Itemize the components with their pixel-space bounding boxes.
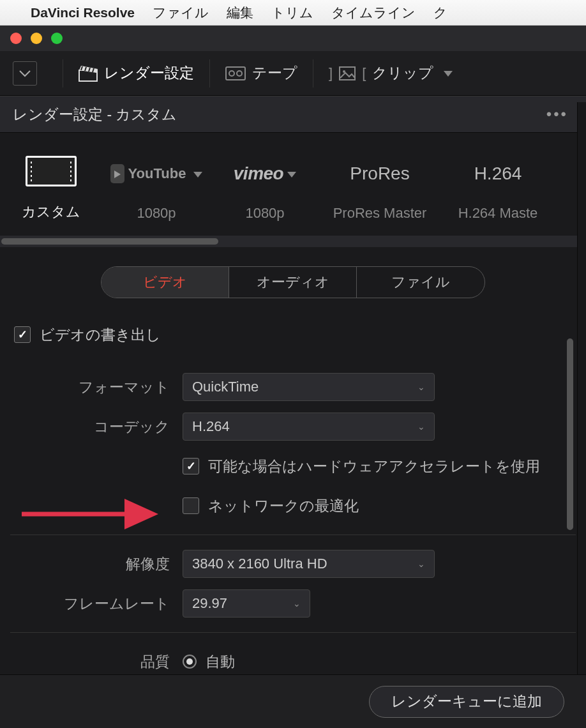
settings-tabs: ビデオ オーディオ ファイル xyxy=(0,247,586,305)
window-titlebar xyxy=(0,26,586,51)
vimeo-icon: vimeo xyxy=(234,163,296,184)
bracket-right-icon: [ xyxy=(362,65,366,82)
right-panel-edge xyxy=(577,102,586,674)
clapper-icon xyxy=(79,65,98,82)
tab-audio[interactable]: オーディオ xyxy=(229,267,357,298)
footer-bar: レンダーキューに追加 xyxy=(0,674,586,728)
format-label: フォーマット xyxy=(4,377,183,397)
chevron-down-icon xyxy=(19,70,31,77)
panel-header: レンダー設定 - カスタム ••• xyxy=(0,96,586,133)
chevron-down-icon: ⌄ xyxy=(293,598,301,609)
chevron-down-icon xyxy=(440,64,453,82)
panel-title: レンダー設定 - カスタム xyxy=(13,105,177,125)
preset-prores-label: ProRes Master xyxy=(319,205,440,222)
svg-point-3 xyxy=(237,71,242,76)
add-to-render-queue-button[interactable]: レンダーキューに追加 xyxy=(369,686,564,718)
codec-label: コーデック xyxy=(4,417,183,437)
menu-file[interactable]: ファイル xyxy=(153,4,209,22)
preset-scrollbar[interactable] xyxy=(0,236,586,247)
close-window-icon[interactable] xyxy=(10,33,22,44)
image-icon xyxy=(339,66,356,80)
toolbar-clip-label: クリップ xyxy=(372,63,433,83)
toolbar-tape-label: テープ xyxy=(252,63,297,83)
preset-h264[interactable]: H.264 H.264 Maste xyxy=(440,158,555,222)
quality-auto-radio[interactable] xyxy=(183,655,197,669)
filmstrip-icon xyxy=(26,156,77,186)
framerate-value: 29.97 xyxy=(192,595,227,612)
tape-icon xyxy=(225,66,246,80)
network-opt-checkbox[interactable] xyxy=(183,497,199,514)
minimize-window-icon[interactable] xyxy=(31,33,42,44)
bracket-left-icon: ] xyxy=(329,65,333,82)
chevron-down-icon: ⌄ xyxy=(417,421,425,432)
hw-accel-label: 可能な場合はハードウェアアクセラレートを使用 xyxy=(208,457,540,476)
vertical-scrollbar[interactable] xyxy=(567,338,573,530)
menu-edit[interactable]: 編集 xyxy=(227,4,253,22)
preset-custom-label: カスタム xyxy=(0,202,102,222)
divider xyxy=(10,535,576,535)
prores-text-icon: ProRes xyxy=(350,163,409,184)
svg-point-2 xyxy=(229,71,234,76)
preset-vimeo[interactable]: vimeo 1080p xyxy=(211,158,319,222)
quality-auto-label: 自動 xyxy=(206,652,235,672)
menu-trim[interactable]: トリム xyxy=(271,4,313,22)
maximize-window-icon[interactable] xyxy=(51,33,63,44)
network-opt-label: ネットワークの最適化 xyxy=(208,496,359,516)
preset-vimeo-label: 1080p xyxy=(211,205,319,222)
menu-clip-truncated[interactable]: ク xyxy=(433,4,447,22)
macos-menubar: DaVinci Resolve ファイル 編集 トリム タイムライン ク xyxy=(0,0,586,26)
youtube-icon: YouTube xyxy=(110,164,203,183)
resolution-value: 3840 x 2160 Ultra HD xyxy=(192,556,327,572)
export-video-label: ビデオの書き出し xyxy=(40,325,161,345)
quality-label: 品質 xyxy=(4,652,183,672)
framerate-select[interactable]: 29.97 ⌄ xyxy=(183,589,310,618)
svg-rect-4 xyxy=(340,67,355,80)
toolbar-tape[interactable]: テープ xyxy=(209,59,313,87)
format-select[interactable]: QuickTime ⌄ xyxy=(183,373,435,401)
hw-accel-checkbox[interactable] xyxy=(183,458,199,474)
preset-youtube-label: 1080p xyxy=(102,205,211,222)
tab-file[interactable]: ファイル xyxy=(357,267,485,298)
chevron-down-icon: ⌄ xyxy=(417,559,425,569)
app-name[interactable]: DaVinci Resolve xyxy=(31,5,135,20)
codec-value: H.264 xyxy=(192,418,230,435)
toolbar-clip[interactable]: ] [ クリップ xyxy=(313,59,468,87)
preset-youtube[interactable]: YouTube 1080p xyxy=(102,158,211,222)
format-value: QuickTime xyxy=(192,379,259,395)
video-settings-form: ビデオの書き出し フォーマット QuickTime ⌄ コーデック H.264 … xyxy=(0,305,586,679)
menu-timeline[interactable]: タイムライン xyxy=(331,4,416,22)
toolbar-render-settings-label: レンダー設定 xyxy=(104,63,194,83)
framerate-label: フレームレート xyxy=(4,594,183,614)
codec-select[interactable]: H.264 ⌄ xyxy=(183,413,435,441)
resolution-select[interactable]: 3840 x 2160 Ultra HD ⌄ xyxy=(183,550,435,578)
export-video-checkbox[interactable] xyxy=(14,326,31,343)
tab-video[interactable]: ビデオ xyxy=(101,267,229,298)
h264-text-icon: H.264 xyxy=(474,163,522,184)
preset-h264-label: H.264 Maste xyxy=(440,205,555,222)
dropdown-toggle[interactable] xyxy=(13,61,37,86)
divider xyxy=(10,632,576,633)
preset-custom[interactable]: カスタム xyxy=(0,155,102,222)
preset-row: カスタム YouTube 1080p vimeo 1080p ProRes Pr… xyxy=(0,133,586,236)
preset-prores[interactable]: ProRes ProRes Master xyxy=(319,158,440,222)
deliver-toolbar: レンダー設定 テープ ] [ クリップ xyxy=(0,51,586,96)
toolbar-render-settings[interactable]: レンダー設定 xyxy=(63,59,209,87)
more-menu-icon[interactable]: ••• xyxy=(546,105,573,123)
resolution-label: 解像度 xyxy=(4,554,183,574)
scrollbar-thumb[interactable] xyxy=(1,238,218,245)
chevron-down-icon: ⌄ xyxy=(417,382,425,392)
